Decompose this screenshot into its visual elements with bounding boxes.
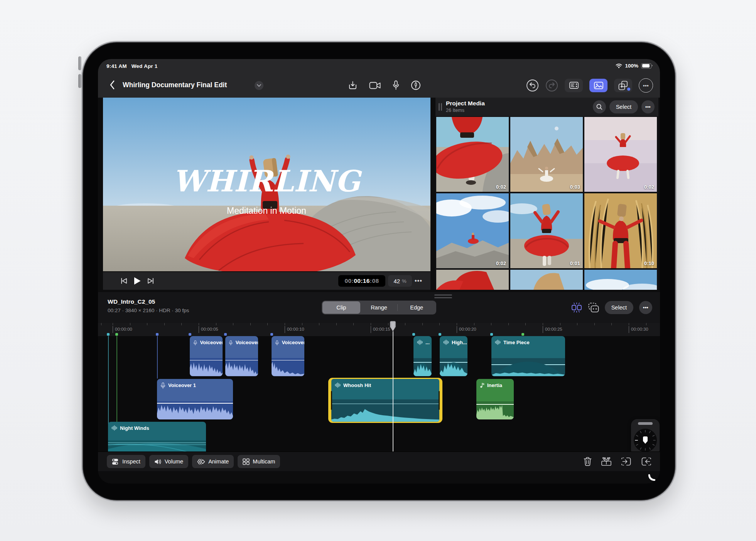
animate-button[interactable]: Animate: [192, 455, 234, 468]
clip-connection-marker: [107, 333, 110, 336]
timeline-select-button[interactable]: Select: [605, 301, 633, 314]
media-thumbnail[interactable]: 0:02: [436, 117, 509, 192]
volume-button[interactable]: Volume: [149, 455, 188, 468]
inspector-icon: [569, 82, 579, 89]
skip-back-icon[interactable]: [121, 278, 127, 284]
timeline-lanes: Voiceover 2 Voiceover 2 Voiceover 3 ...: [98, 336, 660, 451]
mode-tab-range[interactable]: Range: [360, 301, 398, 314]
clip-connection-marker: [270, 333, 273, 336]
media-thumbnail[interactable]: [510, 270, 583, 290]
timeline-clip-voiceover-3[interactable]: Voiceover 3: [272, 336, 304, 376]
timeline-ruler[interactable]: 00:00:00 00:00:05 00:00:10 00:00:15 00:0…: [98, 323, 660, 336]
media-thumbnail[interactable]: 0:02: [436, 193, 509, 268]
more-glyph: •••: [645, 104, 651, 110]
media-thumbnail[interactable]: 0:01: [510, 193, 583, 268]
jog-wheel-panel[interactable]: [631, 419, 660, 456]
pencil-draw-icon[interactable]: [411, 80, 421, 90]
media-thumbnail[interactable]: 0:02: [584, 117, 657, 192]
jog-dial[interactable]: [633, 428, 658, 453]
timeline-clip-sfx-short[interactable]: ...: [413, 336, 432, 376]
blade-cut-icon[interactable]: [601, 457, 611, 466]
timecode-hours: 00:: [345, 277, 354, 284]
timeline-clip-title: WD_Intro_C2_05: [108, 298, 155, 305]
clip-action-buttons: Inspect Volume Animate Multicam: [107, 455, 280, 468]
volume-up-button: [78, 56, 81, 70]
trim-handle-left[interactable]: [331, 391, 332, 410]
multicam-button[interactable]: Multicam: [238, 455, 280, 468]
timeline-clip-time-piece[interactable]: Time Piece: [491, 336, 565, 376]
import-icon[interactable]: [348, 81, 358, 90]
undo-icon[interactable]: [526, 79, 539, 92]
record-audio-icon[interactable]: [393, 80, 399, 90]
timecode-display[interactable]: 00:00:16:08: [338, 275, 385, 287]
inspect-button[interactable]: Inspect: [107, 455, 145, 468]
clip-label: Voiceover 2: [236, 340, 258, 345]
ipad-device-frame: 9:41 AMWed Apr 1 100% Whirling Documenta…: [81, 41, 677, 502]
capture-tools: [348, 78, 421, 92]
transport-controls: [121, 275, 154, 287]
insert-icon[interactable]: [641, 457, 651, 466]
project-title-dropdown[interactable]: [255, 81, 263, 90]
overwrite-paste-icon[interactable]: [588, 303, 599, 313]
playhead-handle[interactable]: [390, 321, 396, 332]
media-thumbnail[interactable]: 0:03: [510, 117, 583, 192]
overwrite-icon[interactable]: [621, 457, 631, 466]
button-label: Inspect: [122, 458, 140, 465]
panel-drag-handle[interactable]: [439, 103, 442, 111]
media-more-button[interactable]: •••: [641, 100, 655, 113]
ruler-label: 00:00:25: [543, 326, 562, 333]
timeline-clip-sfx-high[interactable]: High...: [440, 336, 467, 376]
media-select-button[interactable]: Select: [609, 100, 638, 113]
timeline-resize-handle[interactable]: [434, 294, 452, 298]
clip-connection-marker: [224, 333, 227, 336]
timeline-clip-voiceover-2[interactable]: Voiceover 2: [190, 336, 223, 376]
timeline-clip-whoosh-hit-selected[interactable]: Whoosh Hit: [328, 378, 442, 423]
thumb-duration: 0:03: [570, 184, 580, 190]
timeline-clip-voiceover-1[interactable]: Voiceover 1: [157, 379, 233, 419]
timeline-clip-whoosh-hit[interactable]: Whoosh Hit: [331, 379, 439, 422]
video-viewer[interactable]: WHIRLING Meditation in Motion: [103, 98, 430, 271]
project-media-panel: Project Media 26 Items Select ••• 0:02: [435, 98, 658, 290]
timeline-more-button[interactable]: •••: [639, 301, 652, 314]
timeline-clip-voiceover-2b[interactable]: Voiceover 2: [225, 336, 258, 376]
trim-handle-right[interactable]: [439, 391, 440, 410]
mode-tab-clip[interactable]: Clip: [322, 301, 360, 314]
ruler-label: 00:00:10: [285, 326, 304, 333]
inspect-icon: [112, 458, 119, 465]
browser-media-button[interactable]: [589, 79, 608, 92]
inspector-button[interactable]: [565, 79, 583, 92]
playhead-line[interactable]: [393, 323, 393, 451]
back-button[interactable]: [110, 79, 120, 91]
record-video-icon[interactable]: [369, 81, 381, 90]
play-icon[interactable]: [133, 277, 141, 285]
media-search-button[interactable]: [593, 100, 606, 113]
effects-button[interactable]: [614, 79, 632, 92]
music-note-icon: [480, 382, 484, 388]
media-thumbnail[interactable]: 0:10: [584, 193, 657, 268]
clip-connection-marker: [439, 333, 441, 336]
more-options-button[interactable]: •••: [639, 78, 653, 93]
media-thumbnail[interactable]: [436, 270, 509, 290]
skip-forward-icon[interactable]: [147, 278, 154, 284]
viewer-zoom-control[interactable]: 42%: [388, 275, 412, 287]
redo-icon[interactable]: [545, 79, 558, 92]
playback-more-button[interactable]: •••: [415, 275, 422, 287]
battery-icon: [641, 63, 651, 69]
media-thumbnail[interactable]: [584, 270, 657, 290]
thumb-art: [436, 117, 509, 192]
waveform-icon: [335, 382, 341, 388]
timeline-clip-inertia[interactable]: Inertia: [476, 379, 514, 419]
search-icon: [596, 104, 602, 110]
mode-tab-edge[interactable]: Edge: [398, 301, 435, 314]
app-screen: 9:41 AMWed Apr 1 100% Whirling Documenta…: [98, 59, 660, 484]
clip-label: High...: [452, 340, 467, 345]
trash-icon[interactable]: [584, 457, 592, 466]
desktop-background: { "status_bar": { "time": "9:41 AM", "da…: [0, 0, 756, 541]
project-title[interactable]: Whirling Documentary Final Edit: [123, 81, 227, 89]
timeline-clip-night-winds[interactable]: Night Winds: [108, 422, 206, 451]
ruler-label: 00:00:05: [199, 326, 218, 333]
jog-drag-handle[interactable]: [638, 422, 653, 425]
status-time: 9:41 AM: [106, 63, 127, 69]
magnetic-snapping-icon[interactable]: [571, 303, 582, 313]
thumb-art: [584, 193, 657, 268]
